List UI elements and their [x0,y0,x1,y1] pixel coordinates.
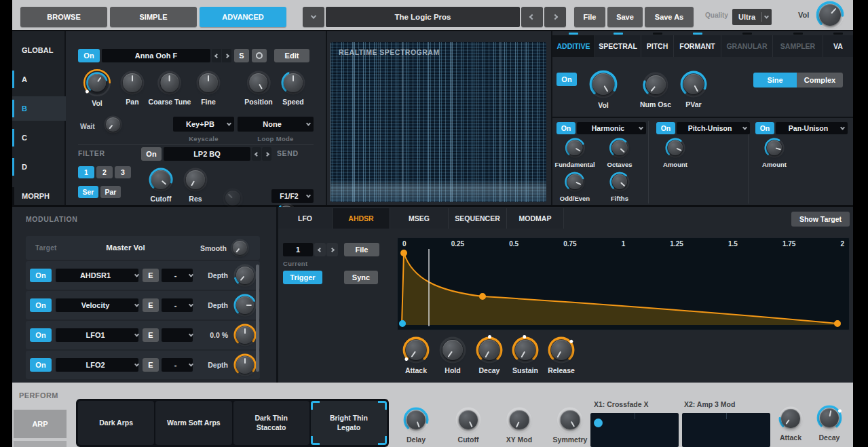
save-button[interactable]: Save [607,7,643,27]
preset-name-display[interactable]: The Logic Pros [326,7,520,27]
tab-browse[interactable]: BROWSE [20,7,107,27]
additive-on-button[interactable]: On [556,73,577,86]
tab-pitch[interactable]: PITCH [641,35,674,57]
sync-button[interactable]: Sync [344,271,378,284]
depth-knob[interactable] [233,294,257,317]
quality-select[interactable]: Ultra [732,9,772,25]
pan-unison-select[interactable]: Pan-Unison [776,122,848,134]
tab-va[interactable]: VA [823,35,853,57]
coarse-tune-knob[interactable] [157,71,182,95]
cutoff-knob[interactable] [149,168,173,192]
fundamental-knob[interactable] [565,138,585,158]
source-pan-knob[interactable] [120,71,145,95]
show-target-button[interactable]: Show Target [791,212,850,227]
mod-on-button[interactable]: On [30,269,52,282]
ahdsr-slot-display[interactable]: 1 [283,243,313,256]
mod-on-button[interactable]: On [30,328,52,342]
fifths-knob[interactable] [609,172,630,192]
depth-knob[interactable] [233,353,257,376]
num-osc-knob[interactable] [643,72,668,98]
source-name-display[interactable]: Anna Ooh F [102,49,210,62]
master-vol-knob[interactable] [816,1,844,29]
filter-type-display[interactable]: LP2 BQ [164,147,250,161]
tab-ahdsr[interactable]: AHDSR [333,208,390,229]
source-vol-knob[interactable] [83,69,111,96]
tab-formant[interactable]: FORMANT [674,35,721,57]
filter-parallel-button[interactable]: Par [100,186,121,198]
pan-amount-knob[interactable] [764,138,785,158]
xy-position-dot[interactable] [594,419,603,427]
target-value[interactable]: Master Vol [78,244,173,252]
tab-granular[interactable]: GRANULAR [721,35,773,57]
filter-extra-knob[interactable] [223,188,243,208]
depth-knob[interactable] [233,324,257,347]
save-as-button[interactable]: Save As [645,7,694,27]
edit-button[interactable]: Edit [274,49,309,62]
tab-modmap[interactable]: MODMAP [507,208,564,229]
harmonic-on-button[interactable]: On [556,122,575,134]
curve-button[interactable]: E [143,328,159,342]
loop-circle-button[interactable] [252,49,267,62]
depth-knob[interactable] [233,264,257,287]
preset-next-button[interactable] [544,7,566,27]
fine-tune-knob[interactable] [196,71,221,95]
source-prev-button[interactable] [212,49,221,62]
speed-knob[interactable] [281,71,305,95]
osc-vol-knob[interactable] [589,70,618,98]
sidebar-item-c[interactable]: C [12,125,66,150]
tab-mseg[interactable]: MSEG [390,208,449,229]
smooth-knob[interactable] [231,239,249,257]
mod-source-select[interactable]: Velocity [56,298,138,312]
harmonic-select[interactable]: Harmonic [577,122,646,134]
filter-prev-button[interactable] [252,147,261,161]
solo-button[interactable]: S [234,49,249,62]
sustain-knob[interactable] [512,336,539,364]
ahdsr-envelope-display[interactable]: 0 0.25 0.5 0.75 1 1.25 1.5 1.75 2 [397,237,850,330]
sidebar-item-b[interactable]: B [12,96,66,121]
tab-sequencer[interactable]: SEQUENCER [449,208,507,229]
res-knob[interactable] [183,168,208,192]
sidebar-item-global[interactable]: GLOBAL [12,38,66,62]
modulation-scrollbar[interactable] [256,265,259,372]
trigger-button[interactable]: Trigger [283,271,322,284]
tab-advanced[interactable]: ADVANCED [200,7,286,27]
sidebar-item-d[interactable]: D [12,155,66,179]
mod-on-button[interactable]: On [30,298,52,312]
filter-on-button[interactable]: On [141,147,162,161]
pitch-amount-knob[interactable] [665,138,685,158]
loop-mode-select[interactable]: None [238,117,314,132]
pan-unison-on-button[interactable]: On [755,122,774,134]
preset-menu-button[interactable] [303,7,324,27]
slot-prev-button[interactable] [314,243,326,256]
slot-next-button[interactable] [326,243,338,256]
wait-knob[interactable] [104,115,122,134]
position-knob[interactable] [246,71,271,95]
pitch-unison-on-button[interactable]: On [656,122,675,134]
attack-knob[interactable] [402,336,430,364]
source-on-button[interactable]: On [78,49,100,62]
filter-slot-3-button[interactable]: 3 [115,166,131,178]
keyscale-select[interactable]: Key+PB [173,117,234,132]
tab-spectral[interactable]: SPECTRAL [595,35,641,57]
curve-button[interactable]: E [143,298,159,312]
snapshot-pad-3[interactable]: Dark Thin Staccato [233,401,309,445]
preset-prev-button[interactable] [521,7,543,27]
snapshot-pad-1[interactable]: Dark Arps [78,401,154,445]
x2-amp-mod-pad[interactable] [682,413,770,447]
source-next-button[interactable] [222,49,231,62]
perform-cutoff-knob[interactable] [455,407,481,433]
snapshot-pad-2[interactable]: Warm Soft Arps [155,401,231,445]
filter-serial-button[interactable]: Ser [78,186,98,198]
arp-button[interactable]: ARP [14,410,67,438]
pitch-unison-select[interactable]: Pitch-Unison [677,122,750,134]
release-knob[interactable] [548,336,575,364]
curve-button[interactable]: E [143,358,159,372]
perform-xymod-knob[interactable] [506,407,532,433]
perform-symmetry-knob[interactable] [557,407,583,433]
hold-knob[interactable] [439,336,466,364]
tab-sampler[interactable]: SAMPLER [773,35,823,57]
odd-even-knob[interactable] [565,172,585,192]
filter-next-button[interactable] [262,147,271,161]
decay-knob[interactable] [476,336,503,364]
mod-source-select[interactable]: LFO2 [56,358,138,372]
